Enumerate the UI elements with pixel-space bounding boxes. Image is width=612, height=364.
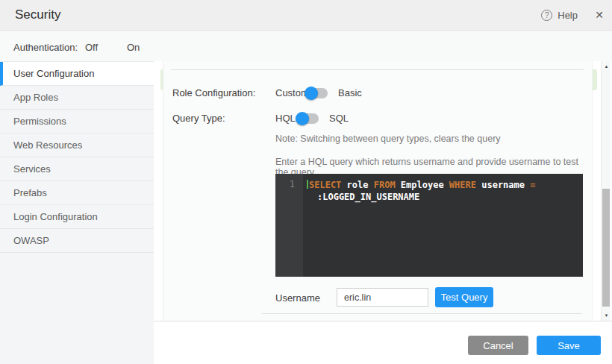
editor-gutter: 1 <box>275 174 303 277</box>
auth-off-label: Off <box>85 42 98 53</box>
toggle-knob <box>296 112 309 125</box>
authentication-label: Authentication: <box>13 42 78 53</box>
sidebar-item-web-resources[interactable]: Web Resources <box>0 134 154 157</box>
auth-bar: Authentication: Off On ✓Tested query suc… <box>0 32 612 61</box>
footer-bar: Cancel Save <box>154 321 612 364</box>
username-label: Username <box>275 292 320 304</box>
toggle-knob <box>305 87 318 100</box>
query-sql-label: SQL <box>329 113 349 124</box>
test-query-button[interactable]: Test Query <box>435 287 493 307</box>
vertical-scrollbar[interactable]: ▲ ▼ <box>601 61 611 321</box>
section-divider <box>262 313 582 314</box>
username-input[interactable] <box>337 288 428 307</box>
sidebar-item-permissions[interactable]: Permissions <box>0 110 154 134</box>
sidebar-item-owasp[interactable]: OWASP <box>0 229 154 253</box>
sidebar: User Configuration App Roles Permissions… <box>0 61 154 364</box>
sidebar-item-prefabs[interactable]: Prefabs <box>0 181 154 205</box>
scroll-down-icon[interactable]: ▼ <box>602 313 611 318</box>
sidebar-item-app-roles[interactable]: App Roles <box>0 86 154 110</box>
help-circle-icon: ? <box>541 10 552 21</box>
role-configuration-toggle[interactable] <box>306 88 328 98</box>
role-configuration-label: Role Configuration: <box>172 87 255 98</box>
text-cursor <box>307 180 308 189</box>
auth-on-label: On <box>127 42 140 53</box>
sidebar-item-user-configuration[interactable]: User Configuration <box>0 62 154 86</box>
content-panel: Role Configuration: Custom Basic Query T… <box>163 61 593 321</box>
page-title: Security <box>15 7 60 22</box>
query-code[interactable]: SELECT role FROM Employee WHERE username… <box>303 174 583 277</box>
section-divider <box>171 69 584 70</box>
help-label: Help <box>558 10 578 21</box>
scrollbar-thumb[interactable] <box>602 189 610 307</box>
cancel-button[interactable]: Cancel <box>468 336 528 355</box>
code-line-2: :LOGGED_IN_USERNAME <box>307 191 580 203</box>
scroll-up-icon[interactable]: ▲ <box>602 64 611 69</box>
close-icon[interactable]: ✕ <box>595 9 604 21</box>
sidebar-item-services[interactable]: Services <box>0 157 154 181</box>
query-type-toggle[interactable] <box>297 113 319 124</box>
security-dialog: Security ? Help ✕ Authentication: Off On… <box>0 0 612 364</box>
query-hql-label: HQL <box>275 113 296 124</box>
header-bar: Security ? Help ✕ <box>0 0 612 31</box>
query-type-note: Note: Switching between query types, cle… <box>275 134 501 144</box>
sidebar-item-login-configuration[interactable]: Login Configuration <box>0 205 154 229</box>
query-code-editor[interactable]: 1 SELECT role FROM Employee WHERE userna… <box>275 174 583 277</box>
query-type-label: Query Type: <box>172 113 225 124</box>
role-basic-label: Basic <box>338 87 362 98</box>
line-number: 1 <box>275 174 303 189</box>
save-button[interactable]: Save <box>537 336 601 355</box>
help-button[interactable]: ? Help <box>541 10 578 21</box>
code-line-1: SELECT role FROM Employee WHERE username… <box>307 179 580 191</box>
